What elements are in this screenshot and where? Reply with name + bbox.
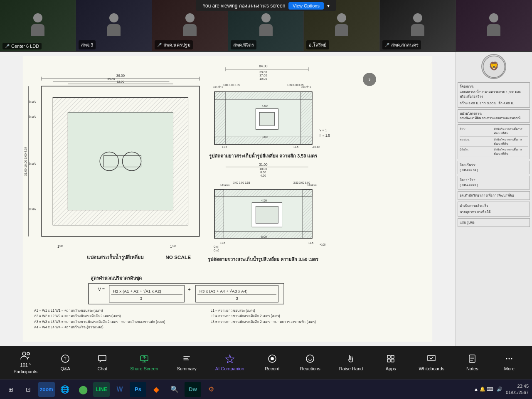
checker-label: ทดสอบ:: [460, 138, 494, 146]
svg-rect-43: [214, 92, 312, 99]
share-screen-label: Share Screen: [130, 366, 158, 371]
taskbar-search2[interactable]: 🔍: [166, 382, 183, 397]
svg-text:L2 = ความยาวขานพักสระเมือลึก 2: L2 = ความยาวขานพักสระเมือลึก 2 เมตร (เมต…: [211, 314, 280, 318]
participant-tile-2[interactable]: สพจ.3: [76, 0, 152, 51]
raise-hand-label: Raise Hand: [339, 366, 363, 371]
svg-text:1ˡˢ¹⁸: 1ˡˢ¹⁸: [57, 245, 63, 249]
meeting-toolbar: 101 ^ Participants ? Q&A Chat: [0, 346, 532, 379]
start-button[interactable]: ⊞: [3, 382, 18, 397]
svg-point-107: [271, 357, 274, 360]
ai-companion-label: AI Companion: [215, 366, 244, 371]
participants-label: Participants: [14, 369, 37, 374]
svg-point-101: [27, 352, 30, 355]
taskbar-dreamweaver[interactable]: Dw: [185, 382, 201, 397]
svg-text:8.00: 8.00: [261, 235, 267, 239]
svg-text:-10.40: -10.40: [312, 145, 320, 148]
designer-value: สำนักวิทยาการเพื่อการพัฒนาที่ดิน: [494, 127, 528, 135]
more-button[interactable]: More: [497, 352, 522, 373]
checker-value: สำนักวิทยาการเพื่อการพัฒนาที่ดิน: [494, 138, 528, 146]
view-options-button[interactable]: View Options: [288, 2, 324, 10]
taskbar-word[interactable]: W: [111, 382, 128, 397]
apps-label: Apps: [386, 366, 396, 371]
share-screen-button[interactable]: Share Screen: [127, 352, 161, 373]
svg-text:กลับท้าย: กลับท้าย: [301, 86, 311, 89]
svg-point-118: [509, 358, 510, 360]
taskbar-zoom[interactable]: zoom: [38, 382, 55, 397]
svg-point-108: [306, 355, 314, 362]
participant-label-2: สพจ.3: [79, 40, 96, 49]
chat-label: Chat: [98, 366, 107, 371]
project-info-section: โครงการ: แบบสถานบน้ำบาดาลความครบ 1,800 ม…: [458, 82, 530, 108]
svg-text:A4 = W4 x L4   W4 = ความกว้าง/: A4 = W4 x L4 W4 = ความกว้าง/สระ(ยาว/เมตร…: [34, 325, 103, 329]
svg-text:11.5: 11.5: [308, 241, 314, 244]
svg-text:3.00 3.90 3.53: 3.00 3.90 3.53: [233, 181, 250, 184]
apps-button[interactable]: Apps: [378, 352, 403, 373]
record-button[interactable]: Record: [260, 352, 285, 373]
svg-text:11.5: 11.5: [293, 145, 299, 148]
svg-text:A3 = W3 x L3   W3 = ความกว้างข: A3 = W3 x L3 W3 = ความกว้างขานพักสระเมือ…: [34, 320, 165, 324]
participant-tile-7[interactable]: [456, 0, 532, 51]
taskbar-photoshop[interactable]: Ps: [130, 382, 146, 397]
svg-rect-114: [391, 359, 394, 362]
taskbar-line[interactable]: LINE: [93, 382, 110, 397]
taskbar-chrome[interactable]: ⬤: [75, 382, 91, 397]
taskbar-diamond[interactable]: ◆: [148, 382, 165, 397]
svg-text:36.00: 36.00: [116, 74, 125, 78]
drawing-no-section: โดยว่าโว่า: ( กท.15394 ): [458, 176, 530, 189]
qa-button[interactable]: ? Q&A: [53, 352, 78, 373]
ai-companion-button[interactable]: AI Companion: [212, 352, 248, 373]
taskbar-apps: zoom 🌐 ⬤ LINE W Ps ◆ 🔍 Dw ⚙: [38, 382, 471, 397]
reactions-button[interactable]: Reactions: [297, 352, 324, 373]
chat-button[interactable]: Chat: [90, 352, 115, 373]
summary-icon: [182, 354, 191, 365]
main-content: 36.00 33.00 32.00 1เมA 1เมA 1เมA 1เมA 31…: [0, 52, 532, 346]
svg-text:กลับท้าย: กลับท้าย: [307, 184, 317, 187]
notes-button[interactable]: Notes: [460, 352, 485, 373]
participant-label-1: 🎤Center 6 LDD: [2, 43, 42, 49]
sheet-section: แผ่น รูปต่อ: [458, 218, 530, 227]
svg-rect-6: [68, 113, 173, 210]
svg-text:h = 1.5: h = 1.5: [320, 134, 330, 138]
record-icon: [268, 354, 277, 365]
whiteboards-button[interactable]: Whiteboards: [415, 352, 448, 373]
participant-tile-6[interactable]: 🎤สพด.สกลนคร: [380, 0, 456, 51]
svg-text:11.5: 11.5: [222, 145, 227, 148]
participant-tile-1[interactable]: 🎤Center 6 LDD: [0, 0, 76, 51]
svg-text:10.00: 10.00: [259, 77, 267, 81]
svg-text:1เมA: 1เมA: [29, 115, 37, 119]
drawing-no-label: โดยว่าโว่า:: [460, 178, 528, 182]
svg-rect-42: [301, 92, 312, 145]
svg-text:31.00 10.00 3.00 4.34: 31.00 10.00 3.00 4.34: [24, 147, 27, 176]
search-button[interactable]: ⊡: [21, 382, 36, 397]
taskbar-animate[interactable]: ⚙: [203, 382, 219, 397]
ai-companion-icon: [225, 354, 234, 365]
technical-drawing: 36.00 33.00 32.00 1เมA 1เมA 1เมA 1เมA 31…: [4, 56, 451, 342]
notes-label: Notes: [466, 366, 478, 371]
right-info-panel: 🦁 โครงการ: แบบสถานบน้ำบาดาลความครบ 1,800…: [455, 52, 532, 346]
svg-text:11.5: 11.5: [220, 241, 225, 244]
sheet-label: แผ่น รูปต่อ: [460, 220, 528, 225]
status-section: ดำเนินการแล้วเสร็จ นายอุบาทร บาเฟือใต้: [458, 202, 530, 217]
project-desc: แบบสถานบน้ำบาดาลความครบ 1,800 มลม พร้อมส…: [460, 90, 528, 99]
summary-button[interactable]: Summary: [174, 352, 200, 373]
agency-label: หน่วยโครงการ:: [460, 111, 528, 116]
svg-rect-65: [214, 190, 224, 239]
raise-hand-button[interactable]: Raise Hand: [336, 352, 366, 373]
svg-text:รูปตัดตามขวางสระเก็บน้ำรูปสีเห: รูปตัดตามขวางสระเก็บน้ำรูปสีเหลี่ยม ความ…: [208, 256, 319, 262]
svg-text:กลับท้าย: กลับท้าย: [213, 86, 223, 89]
participants-button[interactable]: 101 ^ Participants: [10, 350, 41, 376]
svg-point-110: [311, 358, 312, 359]
status-label: ดำเนินการแล้วเสร็จ: [460, 204, 528, 208]
taskbar-edge[interactable]: 🌐: [57, 382, 73, 397]
svg-text:รูปตัดตามยาวสระเก็บน้ำรูปสีเหล: รูปตัดตามยาวสระเก็บน้ำรูปสีเหลี่ยม ความล…: [209, 153, 318, 159]
svg-text:H3 x (A3 + A4 + √A3 x A4): H3 x (A3 + A4 + √A3 x A4): [200, 289, 248, 293]
drawing-area: 36.00 33.00 32.00 1เมA 1เมA 1เมA 1เมA 31…: [0, 52, 455, 346]
svg-text:?: ?: [64, 357, 66, 361]
next-slide-arrow[interactable]: ›: [363, 73, 376, 86]
svg-text:1เมA: 1เมA: [29, 207, 37, 211]
svg-rect-70: [256, 207, 278, 224]
svg-text:8.00: 8.00: [262, 135, 268, 139]
participant-label-3: 🎤สพด.นครปฐม: [155, 40, 193, 49]
svg-rect-112: [391, 355, 394, 358]
volume-icon: 🔊: [497, 387, 502, 392]
